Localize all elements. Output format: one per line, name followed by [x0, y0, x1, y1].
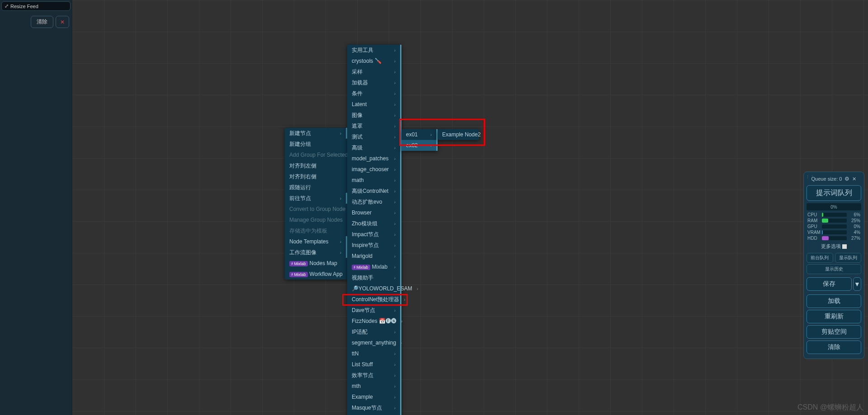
category-menu-item-17[interactable]: Impact节点›: [347, 229, 401, 240]
chevron-right-icon: ›: [394, 134, 396, 140]
category-menu-item-28[interactable]: ttN›: [347, 348, 401, 359]
main-menu-item-9: 存储选中为模板: [285, 225, 347, 236]
category-menu-item-4[interactable]: 条件›: [347, 88, 401, 99]
prompt-queue-button[interactable]: 提示词队列: [807, 185, 861, 201]
context-menu-main[interactable]: 新建节点›新建分组Add Group For Selected Nodes对齐到…: [285, 128, 347, 280]
stat-row-cpu: CPU6%: [807, 212, 861, 218]
left-sidebar: ⤢ Resize Feed 清除 ✕: [0, 0, 72, 415]
save-button[interactable]: 保存: [807, 277, 852, 291]
chevron-right-icon: ›: [394, 394, 396, 401]
category-menu-item-25[interactable]: FizzNodes 📅🅕🅝›: [347, 316, 401, 326]
category-menu-item-1[interactable]: crystools 🪛›: [347, 56, 401, 66]
main-menu-item-4[interactable]: 对齐到右侧: [285, 171, 347, 182]
gear-icon[interactable]: ⚙: [844, 176, 849, 182]
main-menu-item-12[interactable]: ♯ MixlabNodes Map: [285, 258, 347, 269]
action-button-1[interactable]: 加载: [807, 294, 861, 308]
category-menu-item-5[interactable]: Latent›: [347, 99, 401, 110]
chevron-right-icon: ›: [394, 361, 396, 368]
main-menu-item-11[interactable]: 工作流图像›: [285, 247, 347, 258]
category-menu-item-11[interactable]: image_chooser›: [347, 164, 401, 175]
action-button-3[interactable]: 剪贴空间: [807, 325, 861, 339]
action-button-2[interactable]: 重刷新: [807, 310, 861, 323]
clear-button[interactable]: 清除: [31, 16, 53, 28]
close-button[interactable]: ✕: [56, 16, 69, 28]
category-menu-item-33[interactable]: Masque节点›: [347, 402, 401, 413]
category-menu-item-8[interactable]: 测试›: [347, 131, 401, 142]
chevron-right-icon: ›: [394, 275, 396, 281]
chevron-right-icon: ›: [394, 242, 396, 249]
category-menu-item-26[interactable]: IP适配›: [347, 326, 401, 337]
category-menu-item-3[interactable]: 加载器›: [347, 77, 401, 88]
category-menu-item-14[interactable]: 动态扩散evo›: [347, 196, 401, 207]
category-menu-item-12[interactable]: math›: [347, 175, 401, 186]
drag-handle-icon[interactable]: ⋮⋮: [806, 175, 815, 179]
category-menu-item-30[interactable]: 效率节点›: [347, 370, 401, 381]
chevron-right-icon: ›: [394, 350, 396, 357]
example-menu-item-1[interactable]: ex02›: [401, 140, 438, 151]
main-menu-item-6[interactable]: 前往节点›: [285, 193, 347, 204]
chevron-right-icon: ›: [394, 123, 396, 130]
category-menu-item-0[interactable]: 实用工具›: [347, 45, 401, 56]
save-dropdown-button[interactable]: ▼: [853, 277, 861, 291]
category-menu-item-10[interactable]: model_patches›: [347, 153, 401, 164]
category-menu-item-13[interactable]: 高级ControlNet›: [347, 186, 401, 196]
chevron-right-icon: ›: [394, 166, 396, 173]
stat-bar: [822, 213, 847, 217]
category-menu-item-15[interactable]: Browser›: [347, 207, 401, 218]
chevron-right-icon: ›: [340, 195, 341, 202]
stat-bar: [822, 219, 847, 223]
chevron-right-icon: ›: [430, 131, 432, 138]
context-menu-example-sub[interactable]: Example Node2: [438, 129, 479, 140]
category-menu-item-23[interactable]: ControlNet预处理器›: [347, 294, 401, 305]
chevron-right-icon: ›: [340, 130, 341, 137]
category-menu-item-2[interactable]: 采样›: [347, 66, 401, 77]
canvas-grid[interactable]: [72, 0, 868, 415]
category-menu-item-20[interactable]: ♯ MixlabMixlab›: [347, 261, 401, 272]
main-menu-item-2: Add Group For Selected Nodes: [285, 149, 347, 160]
main-menu-item-5[interactable]: 跟随运行: [285, 182, 347, 193]
chevron-right-icon: ›: [394, 58, 396, 65]
category-menu-item-9[interactable]: 高级›: [347, 142, 401, 153]
main-menu-item-8: Manage Group Nodes: [285, 214, 347, 225]
main-menu-item-3[interactable]: 对齐到左侧: [285, 160, 347, 171]
show-history-button[interactable]: 显示历史: [807, 264, 861, 274]
resize-feed-header[interactable]: ⤢ Resize Feed: [1, 1, 71, 11]
chevron-right-icon: ›: [394, 101, 396, 108]
main-menu-item-1[interactable]: 新建分组: [285, 139, 347, 149]
mixlab-badge: ♯ Mixlab: [352, 265, 370, 270]
chevron-right-icon: ›: [394, 210, 396, 216]
category-menu-item-7[interactable]: 遮罩›: [347, 121, 401, 131]
close-panel-icon[interactable]: ✕: [852, 176, 856, 182]
category-menu-item-29[interactable]: List Stuff›: [347, 359, 401, 370]
main-menu-item-10[interactable]: Node Templates›: [285, 236, 347, 247]
more-options-label: 更多选项: [821, 243, 841, 250]
chevron-right-icon: ›: [401, 318, 402, 325]
resize-feed-title: Resize Feed: [10, 4, 38, 9]
category-menu-item-21[interactable]: 视频助手›: [347, 272, 401, 283]
category-menu-item-24[interactable]: Dave节点›: [347, 305, 401, 316]
queue-size-label: Queue size: 0: [811, 176, 842, 182]
main-menu-item-0[interactable]: 新建节点›: [285, 128, 347, 139]
category-menu-item-34[interactable]: WAS节点›: [347, 413, 401, 415]
main-menu-item-13[interactable]: ♯ MixlabWorkflow App: [285, 269, 347, 280]
category-menu-item-19[interactable]: Marigold›: [347, 251, 401, 261]
example-menu-item-0[interactable]: ex01›: [401, 129, 438, 140]
category-menu-item-18[interactable]: Inspire节点›: [347, 240, 401, 251]
example-sub-menu-item-0[interactable]: Example Node2: [438, 129, 479, 140]
chevron-right-icon: ›: [404, 296, 405, 303]
action-button-4[interactable]: 清除: [807, 340, 861, 354]
chevron-right-icon: ›: [394, 90, 396, 97]
mini-button-0[interactable]: 前台队列: [807, 253, 833, 263]
category-menu-item-16[interactable]: Zho模块组›: [347, 218, 401, 229]
context-menu-categories[interactable]: 实用工具›crystools 🪛›采样›加载器›条件›Latent›图像›遮罩›…: [347, 45, 401, 415]
category-menu-item-27[interactable]: segment_anything›: [347, 337, 401, 348]
mini-button-1[interactable]: 显示队列: [835, 253, 862, 263]
category-menu-item-22[interactable]: 🔎YOLOWORLD_ESAM›: [347, 283, 401, 294]
category-menu-item-6[interactable]: 图像›: [347, 110, 401, 121]
more-options-checkbox[interactable]: [842, 244, 847, 249]
category-menu-item-31[interactable]: mth›: [347, 381, 401, 392]
context-menu-example[interactable]: ex01›ex02›: [401, 129, 438, 151]
main-menu-item-7: Convert to Group Node: [285, 204, 347, 214]
category-menu-item-32[interactable]: Example›: [347, 392, 401, 402]
chevron-right-icon: ›: [394, 231, 396, 238]
